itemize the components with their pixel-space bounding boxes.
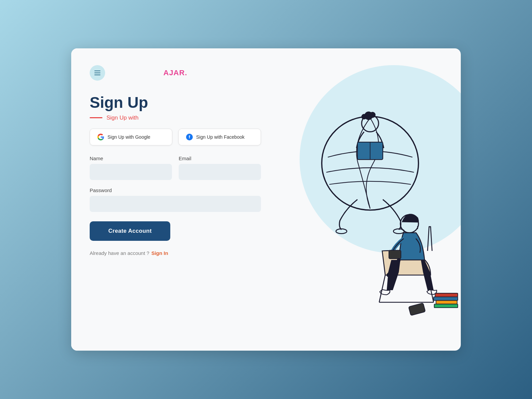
signup-card: AJAR. Sign Up Sign Up with Sign Up with … [71,48,461,351]
svg-rect-18 [434,304,458,308]
illustration-area [279,48,461,351]
form-area: AJAR. Sign Up Sign Up with Sign Up with … [71,48,279,351]
header: AJAR. [90,65,261,81]
email-field-group: Email [179,156,261,180]
divider-line [90,117,102,118]
svg-rect-16 [434,297,458,301]
email-input[interactable] [179,164,261,180]
page-title: Sign Up [90,94,261,111]
social-buttons: Sign Up with Google f Sign Up with Faceb… [90,129,261,145]
password-input[interactable] [90,196,261,212]
name-field-group: Name [90,156,172,180]
name-label: Name [90,156,172,161]
facebook-signup-button[interactable]: f Sign Up with Facebook [178,129,261,145]
facebook-button-label: Sign Up with Facebook [196,134,245,140]
svg-point-4 [361,114,367,119]
facebook-icon: f [186,134,193,140]
svg-point-0 [322,117,418,210]
signin-link[interactable]: Sign In [151,250,168,256]
signup-with-row: Sign Up with [90,115,261,121]
name-input[interactable] [90,164,172,180]
svg-rect-19 [408,303,425,316]
password-label: Password [90,187,261,193]
email-label: Email [179,156,261,161]
app-logo: AJAR. [163,69,187,77]
password-field-group: Password [90,187,261,212]
illustration [279,48,461,351]
svg-rect-15 [435,293,458,297]
svg-rect-14 [389,250,401,259]
hamburger-icon [94,71,100,75]
google-signup-button[interactable]: Sign Up with Google [90,129,172,145]
menu-button[interactable] [90,65,105,81]
google-button-label: Sign Up with Google [107,134,150,140]
google-icon [97,134,104,140]
already-account-text: Already have an account ? [90,250,149,256]
svg-rect-17 [436,301,457,304]
create-account-button[interactable]: Create Account [90,221,170,241]
signup-with-label: Sign Up with [106,115,138,121]
name-email-row: Name Email [90,156,261,180]
svg-line-9 [379,275,385,302]
svg-point-3 [369,112,375,118]
signin-row: Already have an account ? Sign In [90,250,261,256]
